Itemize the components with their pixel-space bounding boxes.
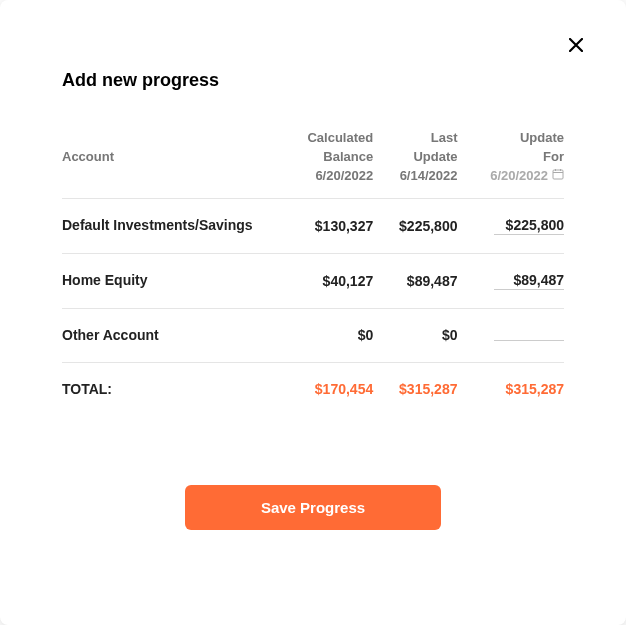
cell-calculated: $0 [278, 308, 373, 362]
cell-update: $89,487 [457, 253, 564, 308]
cell-calculated: $40,127 [278, 253, 373, 308]
table-row: Default Investments/Savings $130,327 $22… [62, 198, 564, 253]
progress-table-wrap: Account Calculated Balance 6/20/2022 Las… [62, 121, 564, 415]
update-input[interactable] [494, 327, 564, 341]
update-input[interactable]: $225,800 [494, 217, 564, 235]
total-last: $315,287 [373, 362, 457, 415]
total-calculated: $170,454 [278, 362, 373, 415]
total-update: $315,287 [457, 362, 564, 415]
cell-last: $225,800 [373, 198, 457, 253]
cell-last: $0 [373, 308, 457, 362]
total-label: TOTAL: [62, 362, 278, 415]
progress-table: Account Calculated Balance 6/20/2022 Las… [62, 121, 564, 415]
add-progress-dialog: Add new progress Account Calculated Bala… [0, 0, 626, 625]
col-account: Account [62, 121, 278, 198]
col-calculated: Calculated Balance 6/20/2022 [278, 121, 373, 198]
cell-calculated: $130,327 [278, 198, 373, 253]
table-row: Other Account $0 $0 [62, 308, 564, 362]
cell-update [457, 308, 564, 362]
svg-rect-0 [553, 170, 563, 179]
close-button[interactable] [566, 35, 586, 55]
table-row: Home Equity $40,127 $89,487 $89,487 [62, 253, 564, 308]
save-progress-button[interactable]: Save Progress [185, 485, 441, 530]
cell-account: Other Account [62, 308, 278, 362]
update-input[interactable]: $89,487 [494, 272, 564, 290]
calendar-icon [552, 167, 564, 186]
cell-account: Home Equity [62, 253, 278, 308]
update-date-picker[interactable]: 6/20/2022 [490, 167, 564, 186]
dialog-title: Add new progress [62, 70, 626, 91]
cell-last: $89,487 [373, 253, 457, 308]
cell-account: Default Investments/Savings [62, 198, 278, 253]
col-update-for: Update For 6/20/2022 [457, 121, 564, 198]
total-row: TOTAL: $170,454 $315,287 $315,287 [62, 362, 564, 415]
close-icon [569, 35, 583, 55]
col-last-update: Last Update 6/14/2022 [373, 121, 457, 198]
cell-update: $225,800 [457, 198, 564, 253]
